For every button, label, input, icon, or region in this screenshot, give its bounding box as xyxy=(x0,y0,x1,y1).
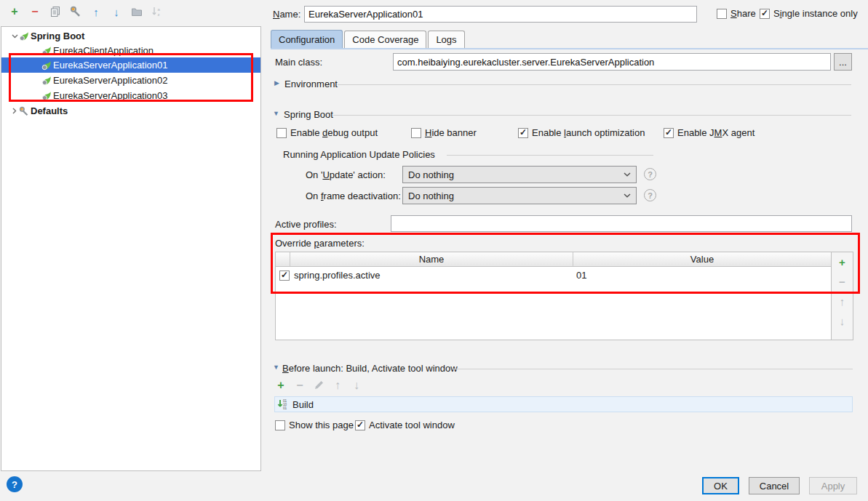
name-input[interactable] xyxy=(304,6,697,23)
chevron-down-icon[interactable] xyxy=(10,32,19,41)
show-this-page-checkbox[interactable]: Show this page xyxy=(275,420,354,430)
label-part: rame deactivation: xyxy=(324,191,401,201)
selected-option: Do nothing xyxy=(408,169,454,180)
copy-icon xyxy=(49,6,61,17)
parameter-value-cell[interactable]: 01 xyxy=(573,270,831,281)
help-circle-icon[interactable]: ? xyxy=(644,168,656,180)
hide-banner-checkbox[interactable]: Hide banner xyxy=(411,127,477,138)
before-launch-collapse-toggle[interactable]: ▼ xyxy=(273,364,279,371)
tree-node-spring-boot[interactable]: Spring Boot xyxy=(1,28,260,44)
tree-node-eureka-server-03[interactable]: EurekaServerApplication03 xyxy=(1,88,260,103)
label-part: ide banner xyxy=(431,127,476,138)
table-row[interactable]: ✓ spring.profiles.active 01 xyxy=(276,267,831,284)
tree-node-eureka-server-01[interactable]: EurekaServerApplication01 xyxy=(1,57,260,73)
parameter-enabled-checkbox[interactable]: ✓ xyxy=(279,270,290,281)
label-part: ame: xyxy=(279,9,300,20)
enable-launch-optimization-label: Enable launch optimization xyxy=(532,127,645,138)
environment-section-label: Environment xyxy=(284,79,338,89)
tab-bar: Configuration Code Coverage Logs xyxy=(271,31,465,48)
checkbox-box[interactable] xyxy=(275,420,285,430)
checkbox-box[interactable]: ✓ xyxy=(355,420,365,430)
build-task-item[interactable]: 01 10 01 Build xyxy=(274,396,853,412)
help-circle-icon[interactable]: ? xyxy=(644,189,656,201)
add-configuration-button[interactable]: + xyxy=(9,6,20,17)
update-policies-label: Running Application Update Policies xyxy=(283,149,435,160)
share-checkbox[interactable]: Share xyxy=(717,8,756,19)
enable-jmx-agent-checkbox[interactable]: ✓ Enable JMX agent xyxy=(664,127,754,138)
environment-expand-toggle[interactable]: ▶ xyxy=(274,79,279,87)
table-header-value[interactable]: Value xyxy=(573,252,831,266)
on-update-action-select[interactable]: Do nothing xyxy=(402,166,637,183)
label-part: ngle instance only xyxy=(782,8,858,19)
move-task-down-button[interactable]: ↓ xyxy=(351,380,362,391)
remove-parameter-button[interactable]: − xyxy=(837,276,848,287)
spring-boot-icon xyxy=(41,91,52,101)
spring-boot-icon xyxy=(41,76,52,86)
remove-task-button[interactable]: − xyxy=(294,380,306,391)
checkmark: ✓ xyxy=(665,128,672,137)
move-down-button[interactable]: ↓ xyxy=(111,6,122,17)
browse-main-class-button[interactable]: ... xyxy=(834,53,852,71)
add-task-button[interactable]: + xyxy=(275,380,287,391)
main-class-input[interactable] xyxy=(393,53,831,71)
checkbox-box[interactable] xyxy=(411,128,421,138)
checkmark: ✓ xyxy=(519,128,527,137)
tab-logs[interactable]: Logs xyxy=(428,31,464,48)
spring-boot-icon xyxy=(41,46,52,56)
single-instance-label: Single instance only xyxy=(773,8,858,19)
on-frame-deactivation-select[interactable]: Do nothing xyxy=(402,187,637,204)
help-button[interactable]: ? xyxy=(7,476,23,492)
svg-text:z: z xyxy=(158,12,160,17)
wrench-icon xyxy=(19,106,29,116)
section-separator xyxy=(333,115,851,116)
selected-option: Do nothing xyxy=(408,191,454,201)
label-part: arameters: xyxy=(319,238,365,249)
table-header-name[interactable]: Name xyxy=(290,252,573,266)
checkbox-box[interactable] xyxy=(276,128,287,138)
tree-node-eureka-server-02[interactable]: EurekaServerApplication02 xyxy=(1,73,260,88)
before-launch-label: Before launch: Build, Activate tool wind… xyxy=(282,363,458,374)
build-task-label: Build xyxy=(292,399,314,410)
checkbox-box[interactable]: ✓ xyxy=(518,128,528,138)
tree-node-eureka-client[interactable]: EurekaClientApplication xyxy=(1,43,260,58)
active-profiles-input[interactable] xyxy=(391,215,852,232)
override-parameters-label: Override parameters: xyxy=(275,238,365,249)
move-parameter-down-button[interactable]: ↓ xyxy=(837,315,848,326)
single-instance-checkbox[interactable]: ✓ Single instance only xyxy=(760,8,858,19)
checkbox-box[interactable]: ✓ xyxy=(664,128,674,138)
section-separator xyxy=(338,84,851,85)
copy-configuration-button[interactable] xyxy=(49,6,61,17)
apply-button[interactable]: Apply xyxy=(809,477,857,494)
tab-configuration[interactable]: Configuration xyxy=(271,30,343,48)
ok-button[interactable]: OK xyxy=(702,477,739,494)
show-this-page-label: Show this page xyxy=(289,420,354,430)
enable-launch-optimization-checkbox[interactable]: ✓ Enable launch optimization xyxy=(518,127,645,138)
cancel-button[interactable]: Cancel xyxy=(749,477,800,494)
parameter-name-cell: ✓ spring.profiles.active xyxy=(276,270,573,281)
edit-task-button[interactable] xyxy=(313,380,324,391)
name-label: Name: xyxy=(273,9,300,20)
tab-code-coverage[interactable]: Code Coverage xyxy=(344,31,426,48)
move-task-up-button[interactable]: ↑ xyxy=(332,380,343,391)
create-folder-button[interactable] xyxy=(131,6,143,17)
label-part: ebug output xyxy=(327,127,378,138)
checkbox-box[interactable]: ✓ xyxy=(760,9,770,19)
edit-defaults-button[interactable] xyxy=(70,6,81,17)
enable-debug-output-checkbox[interactable]: Enable debug output xyxy=(276,127,378,138)
chevron-down-icon xyxy=(624,172,631,177)
add-parameter-button[interactable]: + xyxy=(837,256,848,268)
spring-boot-collapse-toggle[interactable]: ▼ xyxy=(273,110,279,117)
activate-tool-window-checkbox[interactable]: ✓ Activate tool window xyxy=(355,420,455,430)
tree-node-label: Spring Boot xyxy=(31,31,84,41)
tree-node-defaults[interactable]: Defaults xyxy=(1,103,260,119)
build-icon: 01 10 01 xyxy=(277,398,289,410)
remove-configuration-button[interactable]: − xyxy=(29,6,41,17)
folder-icon xyxy=(131,6,143,17)
checkmark: ✓ xyxy=(281,270,288,279)
svg-text:01: 01 xyxy=(283,406,287,410)
label-part: S xyxy=(730,8,737,19)
move-parameter-up-button[interactable]: ↑ xyxy=(837,295,848,307)
chevron-right-icon[interactable] xyxy=(10,107,19,116)
move-up-button[interactable]: ↑ xyxy=(90,6,102,17)
checkbox-box[interactable] xyxy=(717,9,727,19)
